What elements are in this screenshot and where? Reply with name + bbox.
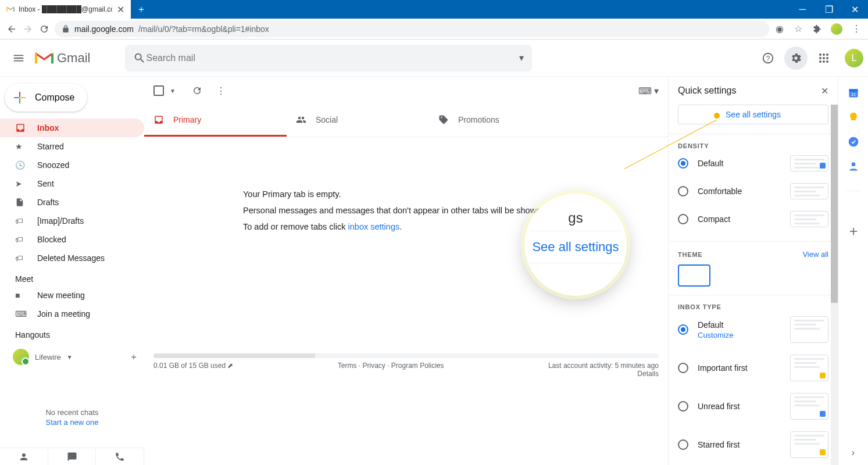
tag-icon xyxy=(438,115,449,125)
svg-point-10 xyxy=(826,60,828,63)
keyboard-icon: ⌨ xyxy=(15,309,27,319)
clock-icon: 🕓 xyxy=(15,160,27,170)
search-input[interactable] xyxy=(146,53,519,63)
minimize-button[interactable]: ─ xyxy=(790,0,816,19)
collapse-panel-icon[interactable]: › xyxy=(852,448,855,458)
forward-button[interactable] xyxy=(22,23,34,35)
browser-tab[interactable]: Inbox - ████████@gmail.com ✕ xyxy=(0,0,131,19)
gmail-favicon xyxy=(6,5,15,14)
panel-scrollbar[interactable] xyxy=(831,105,838,465)
hangouts-user[interactable]: Lifewire ▼ ＋ xyxy=(0,342,144,367)
annotation-dot xyxy=(714,113,720,119)
gmail-logo[interactable]: Gmail xyxy=(33,51,90,66)
settings-icon[interactable] xyxy=(784,46,808,70)
keep-icon[interactable] xyxy=(848,112,859,123)
url-host: mail.google.com xyxy=(74,24,134,34)
new-tab-button[interactable]: ＋ xyxy=(133,1,149,17)
tab-promotions[interactable]: Promotions xyxy=(429,105,571,137)
reload-button[interactable] xyxy=(38,23,50,35)
inbox-type-default[interactable]: DefaultCustomize xyxy=(678,310,828,349)
sidebar-item-inbox[interactable]: Inbox xyxy=(0,119,144,137)
svg-point-14 xyxy=(848,137,858,147)
sidebar-item-starred[interactable]: ★Starred xyxy=(0,137,144,156)
back-button[interactable] xyxy=(6,23,17,35)
browser-profile-avatar[interactable] xyxy=(830,22,844,36)
sidebar-item-imap-drafts[interactable]: 🏷[Imap]/Drafts xyxy=(0,212,144,230)
inbox-type-starred[interactable]: Starred first xyxy=(678,425,828,458)
inbox-settings-link[interactable]: inbox settings xyxy=(348,222,400,231)
svg-point-3 xyxy=(823,53,825,56)
join-meeting[interactable]: ⌨Join a meeting xyxy=(0,305,144,323)
close-window-button[interactable]: ✕ xyxy=(842,0,868,19)
see-all-settings-button[interactable]: See all settings xyxy=(678,105,828,124)
extensions-icon[interactable] xyxy=(811,23,823,35)
sidebar-item-drafts[interactable]: Drafts xyxy=(0,193,144,212)
magnified-see-all-settings: See all settings xyxy=(529,231,622,263)
more-icon[interactable]: ⋮ xyxy=(216,85,226,96)
hangouts-contacts-icon[interactable] xyxy=(0,448,48,465)
theme-thumbnail[interactable] xyxy=(678,264,710,287)
details-link[interactable]: Details xyxy=(637,370,659,378)
star-icon: ★ xyxy=(15,142,27,151)
terms-link[interactable]: Terms xyxy=(338,362,357,370)
density-comfortable[interactable]: Comfortable xyxy=(678,177,828,205)
density-default[interactable]: Default xyxy=(678,149,828,177)
radio-icon xyxy=(678,363,688,373)
eye-icon[interactable]: ◉ xyxy=(774,23,785,35)
svg-point-5 xyxy=(819,57,821,59)
new-meeting[interactable]: ■New meeting xyxy=(0,286,144,305)
radio-icon xyxy=(678,439,688,450)
add-addon-icon[interactable]: ＋ xyxy=(846,221,860,240)
browser-menu-icon[interactable]: ⋮ xyxy=(851,23,862,35)
address-bar[interactable]: mail.google.com/mail/u/0/?tab=rm&ogbl&pl… xyxy=(55,21,769,37)
tab-primary[interactable]: Primary xyxy=(144,105,287,137)
select-dropdown-icon[interactable]: ▼ xyxy=(170,88,176,94)
support-icon[interactable]: ? xyxy=(756,46,780,70)
radio-on-icon xyxy=(678,158,688,169)
sidebar-item-sent[interactable]: ➤Sent xyxy=(0,174,144,193)
maximize-button[interactable]: ❐ xyxy=(816,0,842,19)
quick-settings-panel: Quick settings ✕ See all settings DENSIT… xyxy=(668,77,838,465)
category-tabs: Primary Social Promotions xyxy=(144,105,668,137)
refresh-icon[interactable] xyxy=(192,85,202,96)
inbox-type-important[interactable]: Important first xyxy=(678,349,828,387)
tab-social[interactable]: Social xyxy=(287,105,429,137)
svg-point-8 xyxy=(819,60,821,63)
sidebar-item-blocked[interactable]: 🏷Blocked xyxy=(0,230,144,249)
radio-on-icon xyxy=(678,324,688,335)
search-box[interactable]: ▾ xyxy=(125,45,532,71)
policies-link[interactable]: Program Policies xyxy=(391,362,444,370)
privacy-link[interactable]: Privacy xyxy=(362,362,385,370)
sidebar-item-snoozed[interactable]: 🕓Snoozed xyxy=(0,156,144,174)
radio-icon xyxy=(678,214,688,224)
star-url-icon[interactable]: ☆ xyxy=(792,23,804,35)
calendar-icon[interactable]: 31 xyxy=(848,87,859,99)
inbox-type-unread[interactable]: Unread first xyxy=(678,387,828,425)
select-all-checkbox[interactable] xyxy=(153,85,164,96)
close-tab-icon[interactable]: ✕ xyxy=(116,5,125,14)
close-panel-icon[interactable]: ✕ xyxy=(821,85,828,96)
customize-link[interactable]: Customize xyxy=(698,331,733,339)
hangouts-phone-icon[interactable] xyxy=(96,448,144,465)
start-chat-link[interactable]: Start a new one xyxy=(0,418,144,427)
account-avatar[interactable]: L xyxy=(845,49,863,67)
inbox-type-heading: INBOX TYPE xyxy=(678,303,721,310)
compose-button[interactable]: Compose xyxy=(5,84,87,112)
view-all-themes[interactable]: View all xyxy=(802,250,828,259)
contacts-icon[interactable] xyxy=(848,160,859,172)
tasks-icon[interactable] xyxy=(848,136,859,148)
radio-icon xyxy=(678,401,688,412)
new-chat-icon[interactable]: ＋ xyxy=(123,346,144,367)
svg-point-2 xyxy=(819,53,821,56)
input-tools-icon[interactable]: ⌨ ▾ xyxy=(638,85,659,96)
open-icon[interactable]: ⬈ xyxy=(227,362,233,370)
url-path: /mail/u/0/?tab=rm&ogbl&pli=1#inbox xyxy=(138,24,269,34)
hangouts-chat-icon[interactable] xyxy=(48,448,97,465)
search-options-icon[interactable]: ▾ xyxy=(519,52,524,63)
density-compact[interactable]: Compact xyxy=(678,205,828,233)
apps-icon[interactable] xyxy=(812,46,835,70)
no-chats-text: No recent chats xyxy=(0,408,144,417)
sidebar: Compose Inbox ★Starred 🕓Snoozed ➤Sent Dr… xyxy=(0,77,144,465)
main-menu-icon[interactable] xyxy=(5,44,33,72)
sidebar-item-deleted[interactable]: 🏷Deleted Messages xyxy=(0,249,144,267)
